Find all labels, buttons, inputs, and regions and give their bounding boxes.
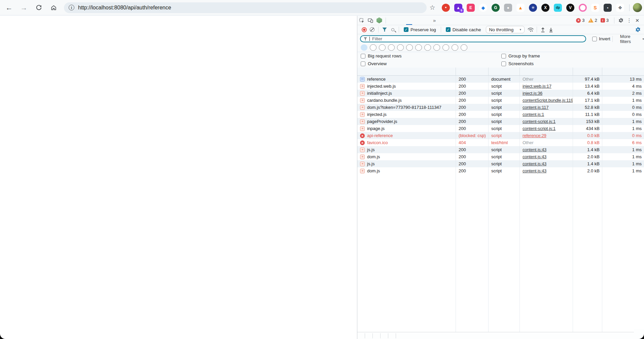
invert-option[interactable]: Invert bbox=[592, 36, 610, 41]
network-request-row[interactable]: injected.js 200 script content.js:1 11.1… bbox=[357, 111, 644, 118]
column-header-status[interactable] bbox=[456, 68, 489, 75]
request-initiator[interactable]: inject.js:36 bbox=[523, 91, 542, 96]
column-header-name[interactable] bbox=[357, 68, 456, 75]
reload-button[interactable] bbox=[33, 2, 44, 13]
network-request-row[interactable]: inpage.js 200 script content-script.js:1… bbox=[357, 125, 644, 132]
column-header-size[interactable] bbox=[573, 68, 602, 75]
green-g-extension-icon[interactable]: G bbox=[491, 3, 500, 12]
cyan-dp-extension-icon[interactable]: dp bbox=[553, 3, 562, 12]
network-request-row[interactable]: pageProvider.js 200 script content-scrip… bbox=[357, 118, 644, 125]
chip-media[interactable] bbox=[424, 44, 431, 51]
request-initiator[interactable]: content-script.js:1 bbox=[523, 119, 556, 124]
orange-s-extension-icon[interactable]: S bbox=[591, 3, 600, 12]
pink-ring-extension-icon[interactable] bbox=[578, 3, 587, 12]
devtools-close-button[interactable]: × bbox=[633, 16, 641, 25]
inspect-element-button[interactable] bbox=[357, 16, 366, 25]
navy-badge-extension-icon[interactable]: ✳ bbox=[529, 3, 537, 12]
tab-elements[interactable] bbox=[388, 16, 394, 25]
invert-checkbox[interactable] bbox=[592, 37, 597, 41]
chip-css[interactable] bbox=[388, 44, 395, 51]
throttling-dropdown[interactable]: No throttling ▾ bbox=[486, 26, 525, 33]
network-request-row[interactable]: reference 200 document Other 97.4 kB 13 … bbox=[357, 76, 644, 83]
preserve-log-checkbox[interactable]: ✓ bbox=[404, 27, 408, 32]
column-header-type[interactable] bbox=[489, 68, 520, 75]
chip-js[interactable] bbox=[397, 44, 404, 51]
disable-cache-option[interactable]: ✓ Disable cache bbox=[446, 27, 481, 32]
chip-img[interactable] bbox=[415, 44, 422, 51]
tab-application[interactable] bbox=[424, 16, 430, 25]
devtools-settings-button[interactable] bbox=[616, 16, 625, 25]
pink-e-extension-icon[interactable]: E bbox=[466, 3, 475, 12]
network-request-row[interactable]: cardano.bundle.js 200 script contentScri… bbox=[357, 97, 644, 104]
home-button[interactable] bbox=[48, 2, 59, 13]
errors-badge[interactable]: × 3 bbox=[576, 18, 584, 23]
search-button[interactable] bbox=[389, 26, 397, 34]
import-har-button[interactable] bbox=[539, 26, 547, 34]
black-v-extension-icon[interactable]: V bbox=[566, 3, 575, 12]
chip-all[interactable] bbox=[361, 44, 367, 51]
more-panels-button[interactable]: » bbox=[430, 17, 438, 23]
network-settings-button[interactable] bbox=[634, 26, 642, 34]
network-conditions-button[interactable] bbox=[527, 26, 535, 34]
network-request-row[interactable]: js.js 200 script content.js:43 1.4 kB 1 … bbox=[357, 160, 644, 167]
water-drop-extension-icon[interactable]: ◆ bbox=[479, 3, 488, 12]
request-initiator[interactable]: content.js:43 bbox=[523, 154, 546, 159]
purple-shield-extension-icon[interactable]: ▲ 5 bbox=[454, 3, 463, 12]
bookmark-star-icon[interactable]: ☆ bbox=[427, 3, 437, 13]
request-initiator[interactable]: inject.web.js:17 bbox=[523, 84, 551, 89]
request-initiator[interactable]: content.js:1 bbox=[523, 112, 544, 117]
tab-console[interactable] bbox=[394, 16, 400, 25]
network-request-row[interactable]: js.js 200 script content.js:43 1.4 kB 1 … bbox=[357, 146, 644, 153]
record-network-log-button[interactable] bbox=[360, 26, 368, 34]
network-request-row[interactable]: favicon.ico 404 text/html Other 0.8 kB 6… bbox=[357, 139, 644, 146]
request-initiator[interactable]: content.js:43 bbox=[523, 147, 546, 152]
url-bar[interactable]: i http://localhost:8080/api/auth/referen… bbox=[64, 2, 427, 13]
option-big-request-rows[interactable]: Big request rows bbox=[361, 53, 501, 58]
request-initiator[interactable]: contentScript.bundle.js:119 bbox=[523, 98, 573, 103]
network-request-row[interactable]: dom.js?token=773790-817118-111347 200 sc… bbox=[357, 104, 644, 111]
request-initiator[interactable]: content.js:43 bbox=[523, 161, 546, 166]
request-initiator[interactable]: content.js:117 bbox=[523, 105, 548, 110]
column-header-time[interactable] bbox=[602, 68, 644, 75]
filter-toggle-button[interactable] bbox=[381, 26, 389, 34]
black-x-extension-icon[interactable]: X bbox=[541, 3, 550, 12]
adblock-extension-icon[interactable]: ● bbox=[441, 3, 450, 12]
device-toolbar-button[interactable] bbox=[366, 16, 375, 25]
back-button[interactable]: ← bbox=[3, 2, 15, 13]
network-request-row[interactable]: injected.web.js 200 script inject.web.js… bbox=[357, 83, 644, 90]
chip-doc[interactable] bbox=[379, 44, 386, 51]
network-request-row[interactable]: api-reference (blocked: csp) script refe… bbox=[357, 132, 644, 139]
option-screenshots[interactable]: Screenshots bbox=[501, 61, 644, 66]
devtools-menu-button[interactable]: ⋮ bbox=[625, 16, 633, 25]
extension-gem-button[interactable] bbox=[375, 16, 384, 25]
tab-memory[interactable] bbox=[418, 16, 424, 25]
tab-performance[interactable] bbox=[412, 16, 418, 25]
network-request-row[interactable]: dom.js 200 script content.js:43 2.0 kB 1… bbox=[357, 167, 644, 174]
floppy-save-extension-icon[interactable]: ▪ bbox=[603, 3, 612, 12]
request-initiator[interactable]: reference:29 bbox=[523, 133, 546, 138]
issues-badge[interactable]: 3 bbox=[601, 18, 609, 23]
option-checkbox[interactable] bbox=[501, 54, 506, 58]
disable-cache-checkbox[interactable]: ✓ bbox=[446, 27, 451, 32]
clear-network-log-button[interactable] bbox=[368, 26, 376, 34]
chip-socket[interactable] bbox=[442, 44, 449, 51]
export-har-button[interactable] bbox=[547, 26, 555, 34]
preserve-log-option[interactable]: ✓ Preserve log bbox=[404, 27, 436, 32]
column-header-initiator[interactable] bbox=[520, 68, 573, 75]
option-group-by-frame[interactable]: Group by frame bbox=[501, 53, 644, 58]
tab-sources[interactable] bbox=[400, 16, 406, 25]
chip-font[interactable] bbox=[406, 44, 413, 51]
option-overview[interactable]: Overview bbox=[361, 61, 501, 66]
chip-other[interactable] bbox=[461, 44, 467, 51]
filter-input[interactable]: Filter bbox=[360, 35, 586, 42]
network-request-row[interactable]: dom.js 200 script content.js:43 2.0 kB 1… bbox=[357, 153, 644, 160]
forward-button[interactable]: → bbox=[18, 2, 30, 13]
metamask-fox-extension-icon[interactable]: ▲ bbox=[516, 3, 525, 12]
warnings-badge[interactable]: 2 bbox=[588, 18, 597, 23]
camera-extension-icon[interactable]: ● bbox=[504, 3, 512, 12]
tab-network[interactable] bbox=[406, 16, 412, 25]
chip-fetch-xhr[interactable] bbox=[370, 44, 377, 51]
network-request-row[interactable]: initialInject.js 200 script inject.js:36… bbox=[357, 90, 644, 97]
chip-wasm[interactable] bbox=[452, 44, 458, 51]
profile-avatar[interactable] bbox=[633, 3, 642, 12]
